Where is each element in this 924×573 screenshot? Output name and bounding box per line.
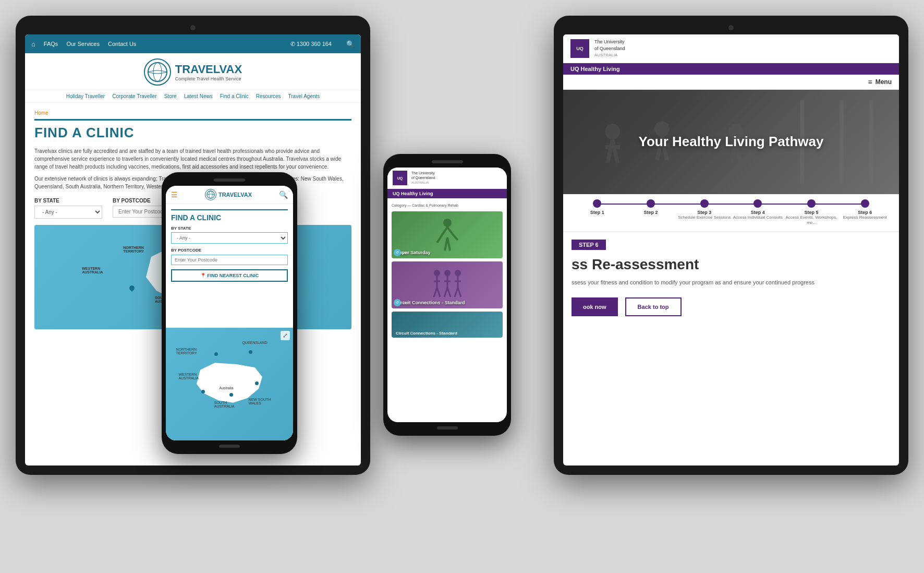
find-nearest-clinic-button[interactable]: 📍 FIND NEAREST CLINIC xyxy=(171,269,288,282)
steps-row: Step 1 Step 2 Step 3 xyxy=(563,194,899,232)
svg-point-4 xyxy=(443,219,452,227)
step-5-number: Step 5 xyxy=(785,210,838,215)
step-6-dot xyxy=(861,199,869,208)
breadcrumb: Home xyxy=(34,110,351,116)
uq-logo: UQ xyxy=(393,171,407,185)
contact-us-link[interactable]: Contact Us xyxy=(108,41,136,47)
phone-logo-circle xyxy=(205,189,216,200)
hamburger-icon[interactable]: ☰ xyxy=(171,190,178,199)
phone-left-screen: ☰ TRAVELVAX 🔍 FIND A CLINIC BY STATE xyxy=(166,186,293,440)
search-icon[interactable]: 🔍 xyxy=(346,40,355,48)
phone-pin-2 xyxy=(249,350,252,354)
travelvax-brand: TRAVELVAX xyxy=(175,63,242,76)
uq-hero: Your Healthy Living Pathway xyxy=(563,90,899,194)
phone-pin-1 xyxy=(214,352,218,356)
map-expand-icon[interactable]: ⤢ xyxy=(281,331,290,340)
menu-label[interactable]: Menu xyxy=(876,78,892,86)
scene: ⌂ FAQs Our Services Contact Us ✆ 1300 36… xyxy=(0,0,924,573)
uq-tab-topbar: UQ The Universityof QueenslandAUSTRALIA xyxy=(563,34,899,63)
uq-card-2[interactable]: Circuit Connections - Standard ↺ WKY xyxy=(392,261,503,308)
phone-right: UQ The Universityof QueenslandAUSTRALIA … xyxy=(383,154,511,436)
phone-map-nsw: NEW SOUTHWALES xyxy=(249,398,271,405)
uq-phone-cards: Category — Cardiac & Pulmonary Rehab xyxy=(387,198,507,422)
step-detail: STEP 6 ss Re-assessment ssess your fitne… xyxy=(563,232,899,465)
nav-corporate[interactable]: Corporate Traveller xyxy=(112,93,157,99)
travelvax-topbar: ⌂ FAQs Our Services Contact Us ✆ 1300 36… xyxy=(25,34,361,53)
step-4-desc: Access Individual Consults xyxy=(731,215,785,220)
step-4-number: Step 4 xyxy=(731,210,785,215)
step-3-line xyxy=(704,204,758,205)
step-1[interactable]: Step 1 xyxy=(570,199,624,226)
phone-map-qld: QUEENSLAND xyxy=(242,341,267,344)
nav-store[interactable]: Store xyxy=(164,93,177,99)
travelvax-tagline: Complete Travel Health Service xyxy=(175,76,242,81)
phone-postcode-input[interactable] xyxy=(171,255,288,265)
home-icon[interactable]: ⌂ xyxy=(31,40,35,48)
step-5-line xyxy=(811,204,865,205)
uq-tab-logo: UQ xyxy=(570,39,589,58)
phone-page-title: FIND A CLINIC xyxy=(171,209,288,222)
phone-map-sa: SOUTHAUSTRALIA xyxy=(214,401,235,408)
our-services-link[interactable]: Our Services xyxy=(66,41,100,47)
phone-topbar: ☰ TRAVELVAX 🔍 xyxy=(166,186,293,204)
step-4-line xyxy=(758,204,811,205)
phone-pin-4 xyxy=(229,393,233,397)
step-badge: STEP 6 xyxy=(572,240,606,250)
travelvax-logo-bar: TRAVELVAX Complete Travel Health Service xyxy=(25,53,361,90)
card-2-icon: ↺ xyxy=(394,299,401,306)
tablet-right-camera xyxy=(728,25,734,30)
step-2-line xyxy=(651,204,704,205)
uq-card-1[interactable]: Super Saturday ↺ WKY xyxy=(392,211,503,258)
uq-card-3[interactable]: Circuit Connections - Standard xyxy=(392,312,503,338)
card-1-icon: ↺ xyxy=(394,249,401,256)
step-6-desc: Express Reassessment xyxy=(838,215,892,220)
step-1-number: Step 1 xyxy=(570,210,624,215)
phone-right-home[interactable] xyxy=(437,426,458,429)
back-to-top-button[interactable]: Back to top xyxy=(625,297,682,316)
phone-map-au: Australia xyxy=(219,386,233,390)
faqs-link[interactable]: FAQs xyxy=(44,41,58,47)
step-3-desc: Schedule Exercise Sessions xyxy=(677,215,731,220)
tablet-left-camera xyxy=(190,25,196,30)
step-3-dot xyxy=(700,199,709,208)
step-1-dot xyxy=(593,199,601,208)
uq-phone-section: UQ Healthy Living xyxy=(387,189,507,198)
travelvax-nav: Holiday Traveller Corporate Traveller St… xyxy=(25,90,361,103)
uq-org-name: The Universityof QueenslandAUSTRALIA xyxy=(411,171,435,185)
phone-brand: TRAVELVAX xyxy=(218,192,252,198)
step-5-dot xyxy=(807,199,816,208)
svg-point-0 xyxy=(148,63,167,81)
step-4-dot xyxy=(753,199,762,208)
svg-point-2 xyxy=(207,191,214,198)
hero-title: Your Healthy Living Pathway xyxy=(639,134,824,150)
phone-state-select[interactable]: - Any - xyxy=(171,232,288,244)
nav-news[interactable]: Latest News xyxy=(184,93,213,99)
nav-resources[interactable]: Resources xyxy=(256,93,281,99)
phone-state-label: BY STATE xyxy=(171,226,288,231)
map-label-nt: NORTHERNTERRITORY xyxy=(123,246,144,253)
tablet-right-screen: UQ The Universityof QueenslandAUSTRALIA … xyxy=(563,34,899,465)
svg-point-7 xyxy=(455,270,461,276)
phone-map-wa: WESTERNAUSTRALIA xyxy=(178,373,199,380)
nav-find-clinic[interactable]: Find a Clinic xyxy=(220,93,249,99)
phone-search-icon[interactable]: 🔍 xyxy=(279,190,288,199)
uq-tab-section: UQ Healthy Living xyxy=(563,63,899,75)
book-now-button[interactable]: ook now xyxy=(572,297,618,316)
map-label-wa: WESTERNAUSTRALIA xyxy=(82,267,103,274)
step-detail-title: ss Re-assessment xyxy=(572,256,891,273)
phone-left-home[interactable] xyxy=(219,445,240,448)
svg-point-1 xyxy=(153,63,162,81)
phone-map-nt: NORTHERNTERRITORY xyxy=(176,348,197,355)
phone-pin-5 xyxy=(201,390,205,393)
state-select[interactable]: - Any - xyxy=(34,206,102,219)
card-2-sub: WKY xyxy=(403,301,410,304)
step-detail-text: ssess your fitness and condition to modi… xyxy=(572,278,891,288)
nav-agents[interactable]: Travel Agents xyxy=(288,93,320,99)
nav-holiday[interactable]: Holiday Traveller xyxy=(66,93,105,99)
phone-left-camera xyxy=(214,178,245,182)
uq-tab-menu-row: ≡ Menu xyxy=(563,75,899,90)
body-text-1: Travelvax clinics are fully accredited a… xyxy=(34,147,351,171)
phone-content: FIND A CLINIC BY STATE - Any - BY POSTCO… xyxy=(166,204,293,328)
svg-point-6 xyxy=(444,270,451,276)
card-1-sub: WKY xyxy=(403,251,410,254)
